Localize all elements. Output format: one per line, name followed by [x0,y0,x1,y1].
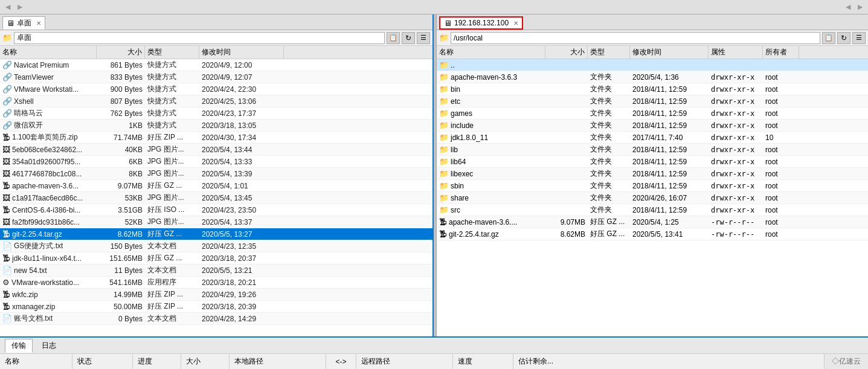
left-addr-btn-2[interactable]: ↻ [402,32,415,44]
right-address-input[interactable] [451,32,820,44]
table-row[interactable]: 📁 bin 文件夹 2018/4/11, 12:59 drwxr-xr-x ro… [437,83,868,95]
table-row[interactable]: 📁 include 文件夹 2018/4/11, 12:59 drwxr-xr-… [437,120,868,132]
status-arrow: <-> [326,354,356,369]
nav-back-left[interactable]: ◀ [2,2,13,13]
log-tab[interactable]: 日志 [35,339,63,353]
table-row[interactable]: 📁 games 文件夹 2018/4/11, 12:59 drwxr-xr-x … [437,107,868,120]
left-addr-btn-1[interactable]: 📋 [387,32,400,44]
table-row[interactable]: 🗜 git-2.25.4.tar.gz 8.62MB 好压 GZ ... 202… [0,228,432,240]
table-row[interactable]: 📁 libexec 文件夹 2018/4/11, 12:59 drwxr-xr-… [437,168,868,180]
right-col-attr[interactable]: 属性 [709,46,763,59]
right-tab-close[interactable]: ✕ [513,20,518,27]
table-row[interactable]: 🔗 微信双开 1KB 快捷方式 2020/3/18, 13:05 [0,120,432,132]
left-col-type[interactable]: 类型 [145,46,199,59]
transfer-tab[interactable]: 传输 [5,339,33,353]
left-col-size[interactable]: 大小 [97,46,145,59]
table-row[interactable]: 🗜 1.100套单页简历.zip 71.74MB 好压 ZIP ... 2020… [0,132,432,144]
left-address-input[interactable] [14,32,385,44]
table-row[interactable]: 🗜 apache-maven-3.6... 9.07MB 好压 GZ ... 2… [0,180,432,192]
right-addr-folder-icon: 📁 [439,33,449,42]
table-row[interactable]: 📁 .. [437,59,868,71]
desktop-icon-left: 🖥 [7,19,14,28]
status-name: 名称 [0,354,72,369]
right-col-owner[interactable]: 所有者 [763,46,799,59]
table-row[interactable]: 🔗 Xshell 807 Bytes 快捷方式 2020/4/25, 13:06 [0,95,432,107]
right-tab-label: 192.168.132.100 [454,19,509,27]
right-addr-btn-1[interactable]: 📋 [822,32,835,44]
right-col-time[interactable]: 修改时间 [630,46,709,59]
right-col-headers: 名称 大小 类型 修改时间 属性 所有者 [437,46,868,59]
table-row[interactable]: 📁 lib 文件夹 2018/4/11, 12:59 drwxr-xr-x ro… [437,144,868,156]
table-row[interactable]: 🔗 TeamViewer 833 Bytes 快捷方式 2020/4/9, 12… [0,71,432,83]
status-local-path: 本地路径 [230,354,326,369]
table-row[interactable]: 📁 etc 文件夹 2018/4/11, 12:59 drwxr-xr-x ro… [437,95,868,107]
right-col-name[interactable]: 名称 [437,46,545,59]
status-size: 大小 [181,354,230,369]
left-panel-header: 🖥 卓面 ✕ [0,14,432,30]
table-row[interactable]: 📄 账号文档.txt 0 Bytes 文本文档 2020/4/28, 14:29 [0,313,432,325]
right-address-bar: 📁 📋 ↻ ☰ [437,30,868,46]
table-row[interactable]: 🖼 354a01d926007f95... 6KB JPG 图片... 2020… [0,156,432,168]
right-panel-header: 🖥 192.168.132.100 ✕ [437,14,868,30]
table-row[interactable]: 🗜 apache-maven-3.6.... 9.07MB 好压 GZ ... … [437,216,868,228]
left-col-name[interactable]: 名称 [0,46,97,59]
right-col-type[interactable]: 类型 [588,46,630,59]
table-row[interactable]: 🖼 c1a917faac6ecd86c... 53KB JPG 图片... 20… [0,192,432,204]
table-row[interactable]: 📁 lib64 文件夹 2018/4/11, 12:59 drwxr-xr-x … [437,156,868,168]
left-tab-close[interactable]: ✕ [36,20,41,27]
brand-logo: ◇亿速云 [825,354,868,369]
table-row[interactable]: 📄 new 54.txt 11 Bytes 文本文档 2020/5/5, 13:… [0,265,432,277]
table-row[interactable]: 🖼 5eb068ce6e324862... 40KB JPG 图片... 202… [0,144,432,156]
status-remote-path: 远程路径 [356,354,453,369]
status-progress: 进度 [133,354,181,369]
table-row[interactable]: 🗜 wkfc.zip 14.99MB 好压 ZIP ... 2020/4/29,… [0,289,432,301]
right-panel: 🖥 192.168.132.100 ✕ 📁 📋 ↻ ☰ 名称 大小 类型 修改时… [436,14,868,336]
left-tab-label: 卓面 [17,18,31,28]
right-file-list: 📁 .. 📁 apache-maven-3.6.3 文件夹 2020/5/4, … [437,59,868,336]
nav-back-right[interactable]: ◀ [843,2,854,13]
left-panel-tab[interactable]: 🖥 卓面 ✕ [2,16,45,30]
table-row[interactable]: 📁 apache-maven-3.6.3 文件夹 2020/5/4, 1:36 … [437,71,868,83]
status-speed: 速度 [453,354,513,369]
left-col-time[interactable]: 修改时间 [199,46,284,59]
left-addr-btn-3[interactable]: ☰ [417,32,430,44]
table-row[interactable]: 📁 sbin 文件夹 2018/4/11, 12:59 drwxr-xr-x r… [437,180,868,192]
table-row[interactable]: 🔗 Navicat Premium 861 Bytes 快捷方式 2020/4/… [0,59,432,71]
status-bar: 名称 状态 进度 大小 本地路径 <-> 远程路径 速度 估计剩余... ◇亿速… [0,353,868,369]
right-col-size[interactable]: 大小 [545,46,588,59]
table-row[interactable]: 🗜 jdk-8u11-linux-x64.t... 151.65MB 好压 GZ… [0,252,432,265]
right-panel-tab[interactable]: 🖥 192.168.132.100 ✕ [439,16,523,30]
table-row[interactable]: 🖼 4617746878bc1c08... 8KB JPG 图片... 2020… [0,168,432,180]
left-panel: 🖥 卓面 ✕ 📁 📋 ↻ ☰ 名称 大小 类型 修改时间 [0,14,434,336]
nav-forward-left[interactable]: ▶ [14,2,25,13]
table-row[interactable]: 📁 src 文件夹 2018/4/11, 12:59 drwxr-xr-x ro… [437,204,868,216]
table-row[interactable]: 🖼 fa2fbf99dc931b86c... 52KB JPG 图片... 20… [0,216,432,228]
left-address-bar: 📁 📋 ↻ ☰ [0,30,432,46]
table-row[interactable]: 🗜 git-2.25.4.tar.gz 8.62MB 好压 GZ ... 202… [437,228,868,240]
nav-forward-right[interactable]: ▶ [855,2,866,13]
status-state: 状态 [72,354,133,369]
status-remain: 估计剩余... [513,354,825,369]
server-icon-right: 🖥 [444,19,452,28]
table-row[interactable]: 🔗 睛格马云 762 Bytes 快捷方式 2020/4/23, 17:37 [0,107,432,120]
left-addr-folder-icon: 📁 [2,33,12,42]
table-row[interactable]: 🗜 xmanager.zip 50.00MB 好压 ZIP ... 2020/3… [0,301,432,313]
table-row[interactable]: 🗜 CentOS-6.4-i386-bi... 3.51GB 好压 ISO ..… [0,204,432,216]
table-row[interactable]: 📁 jdk1.8.0_11 文件夹 2017/4/11, 7:40 drwxr-… [437,132,868,144]
left-file-list: 🔗 Navicat Premium 861 Bytes 快捷方式 2020/4/… [0,59,432,336]
table-row[interactable]: 📄 GS便捷方式.txt 150 Bytes 文本文档 2020/4/23, 1… [0,240,432,252]
right-addr-btn-2[interactable]: ↻ [837,32,850,44]
right-addr-btn-3[interactable]: ☰ [852,32,866,44]
left-col-headers: 名称 大小 类型 修改时间 [0,46,432,59]
table-row[interactable]: 📁 share 文件夹 2020/4/26, 16:07 drwxr-xr-x … [437,192,868,204]
table-row[interactable]: ⚙ VMware-workstatio... 541.16MB 应用程序 202… [0,277,432,289]
transfer-tab-bar: 传输 日志 [0,336,868,353]
table-row[interactable]: 🔗 VMware Workstati... 900 Bytes 快捷方式 202… [0,83,432,95]
